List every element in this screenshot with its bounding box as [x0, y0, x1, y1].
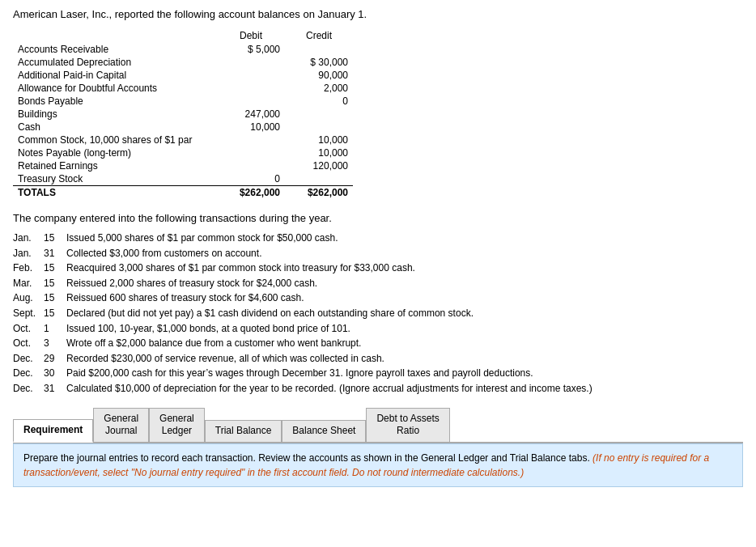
- account-credit: 2,000: [285, 82, 353, 95]
- trans-day: 29: [44, 351, 66, 367]
- transaction-item: Oct. 3 Wrote off a $2,000 balance due fr…: [13, 336, 743, 351]
- transaction-item: Dec. 31 Calculated $10,000 of depreciati…: [13, 381, 743, 396]
- account-credit: 10,000: [285, 134, 353, 146]
- transaction-item: Jan. 31 Collected $3,000 from customers …: [13, 246, 743, 261]
- tab-label: Requirement: [23, 424, 83, 437]
- trans-month: Mar.: [13, 276, 44, 291]
- info-box-italic: (If no entry is required for a transacti…: [23, 452, 709, 478]
- tabs-row: RequirementGeneralJournalGeneralLedgerTr…: [13, 408, 743, 443]
- account-balances-table: Debit Credit Accounts Receivable $ 5,000…: [13, 28, 353, 199]
- tab-label: Balance Sheet: [292, 425, 355, 438]
- transaction-item: Jan. 15 Issued 5,000 shares of $1 par co…: [13, 231, 743, 246]
- trans-month: Oct.: [13, 336, 44, 351]
- account-label: Buildings: [13, 108, 217, 121]
- trans-month: Sept.: [13, 306, 44, 321]
- trans-month: Dec.: [13, 351, 44, 367]
- account-label: Cash: [13, 121, 217, 134]
- trans-month: Oct.: [13, 321, 44, 337]
- transaction-item: Mar. 15 Reissued 2,000 shares of treasur…: [13, 276, 743, 291]
- trans-day: 1: [44, 321, 66, 337]
- info-box: Prepare the journal entries to record ea…: [13, 443, 743, 487]
- tab-requirement[interactable]: Requirement: [13, 419, 93, 443]
- table-row: Accounts Receivable $ 5,000: [13, 43, 353, 56]
- tab-trial-balance[interactable]: Trial Balance: [205, 420, 282, 442]
- tab-balance-sheet[interactable]: Balance Sheet: [282, 420, 366, 442]
- trans-month: Jan.: [13, 246, 44, 261]
- table-row: Cash 10,000: [13, 121, 353, 134]
- table-row: Additional Paid-in Capital 90,000: [13, 69, 353, 82]
- trans-text: Issued 5,000 shares of $1 par common sto…: [66, 231, 338, 246]
- tab-general-ledger[interactable]: GeneralLedger: [149, 408, 205, 442]
- trans-month: Aug.: [13, 290, 44, 306]
- account-credit: 120,000: [285, 159, 353, 172]
- transaction-item: Sept. 15 Declared (but did not yet pay) …: [13, 306, 743, 321]
- account-credit: 10,000: [285, 146, 353, 159]
- tab-label: Debt to Assets: [376, 413, 439, 426]
- account-debit: [217, 95, 285, 108]
- trans-text: Calculated $10,000 of depreciation for t…: [66, 381, 592, 396]
- account-label: Bonds Payable: [13, 95, 217, 108]
- tab-label: Ratio: [376, 425, 439, 438]
- totals-debit: $262,000: [217, 186, 285, 200]
- transactions-list: Jan. 15 Issued 5,000 shares of $1 par co…: [13, 231, 743, 396]
- table-row: Common Stock, 10,000 shares of $1 par 10…: [13, 134, 353, 146]
- table-row: Buildings 247,000: [13, 108, 353, 121]
- account-label: Retained Earnings: [13, 159, 217, 172]
- account-debit: [217, 146, 285, 159]
- transaction-item: Feb. 15 Reacquired 3,000 shares of $1 pa…: [13, 261, 743, 276]
- trans-text: Reacquired 3,000 shares of $1 par common…: [66, 261, 415, 276]
- tab-general-journal[interactable]: GeneralJournal: [93, 408, 149, 442]
- trans-text: Reissued 2,000 shares of treasury stock …: [66, 276, 317, 291]
- account-label: Treasury Stock: [13, 172, 217, 186]
- account-credit: 0: [285, 95, 353, 108]
- trans-month: Dec.: [13, 366, 44, 381]
- table-row: Retained Earnings 120,000: [13, 159, 353, 172]
- trans-text: Collected $3,000 from customers on accou…: [66, 246, 261, 261]
- account-debit: 0: [217, 172, 285, 186]
- account-label: Accounts Receivable: [13, 43, 217, 56]
- tab-label: General: [159, 413, 194, 426]
- account-label: Accumulated Depreciation: [13, 56, 217, 69]
- transactions-title: The company entered into the following t…: [13, 212, 743, 224]
- trans-day: 3: [44, 336, 66, 351]
- trans-text: Wrote off a $2,000 balance due from a cu…: [66, 336, 361, 351]
- credit-header: Credit: [285, 28, 353, 43]
- table-row: Notes Payable (long-term) 10,000: [13, 146, 353, 159]
- trans-day: 30: [44, 366, 66, 381]
- trans-day: 15: [44, 306, 66, 321]
- table-row: Bonds Payable 0: [13, 95, 353, 108]
- trans-month: Jan.: [13, 231, 44, 246]
- account-label: Additional Paid-in Capital: [13, 69, 217, 82]
- trans-day: 31: [44, 246, 66, 261]
- trans-day: 15: [44, 231, 66, 246]
- tabs-area: RequirementGeneralJournalGeneralLedgerTr…: [13, 408, 743, 487]
- account-credit: $ 30,000: [285, 56, 353, 69]
- table-row: Treasury Stock 0: [13, 172, 353, 186]
- trans-day: 15: [44, 261, 66, 276]
- trans-day: 15: [44, 276, 66, 291]
- trans-text: Declared (but did not yet pay) a $1 cash…: [66, 306, 474, 321]
- account-debit: [217, 56, 285, 69]
- transaction-item: Aug. 15 Reissued 600 shares of treasury …: [13, 290, 743, 306]
- account-debit: $ 5,000: [217, 43, 285, 56]
- transaction-item: Oct. 1 Issued 100, 10-year, $1,000 bonds…: [13, 321, 743, 337]
- tab-label: Trial Balance: [215, 425, 272, 438]
- account-label: Common Stock, 10,000 shares of $1 par: [13, 134, 217, 146]
- intro-text: American Laser, Inc., reported the follo…: [13, 8, 743, 20]
- account-credit: [285, 121, 353, 134]
- trans-text: Issued 100, 10-year, $1,000 bonds, at a …: [66, 321, 350, 337]
- table-row: Allowance for Doubtful Accounts 2,000: [13, 82, 353, 95]
- account-credit: [285, 108, 353, 121]
- account-label: Allowance for Doubtful Accounts: [13, 82, 217, 95]
- trans-month: Feb.: [13, 261, 44, 276]
- trans-text: Recorded $230,000 of service revenue, al…: [66, 351, 384, 367]
- trans-text: Paid $200,000 cash for this year’s wages…: [66, 366, 533, 381]
- table-row: Accumulated Depreciation $ 30,000: [13, 56, 353, 69]
- trans-text: Reissued 600 shares of treasury stock fo…: [66, 290, 304, 306]
- account-debit: [217, 69, 285, 82]
- trans-month: Dec.: [13, 381, 44, 396]
- account-debit: 247,000: [217, 108, 285, 121]
- info-box-text: Prepare the journal entries to record ea…: [23, 452, 709, 478]
- account-credit: [285, 43, 353, 56]
- tab-debt-to-assets-ratio[interactable]: Debt to AssetsRatio: [366, 408, 449, 442]
